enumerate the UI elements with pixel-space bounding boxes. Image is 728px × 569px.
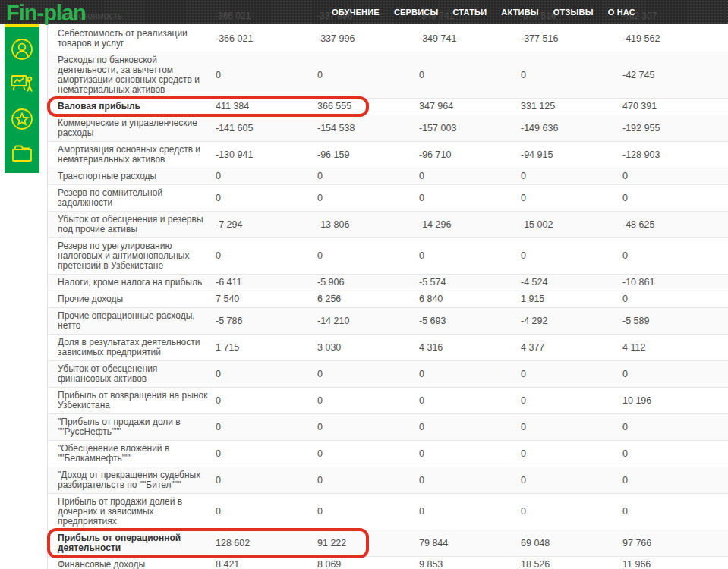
row-value: 0 (419, 171, 521, 181)
row-value: -128 903 (622, 150, 728, 160)
ghost-cell: -366 021 (215, 11, 251, 21)
fin-plan-logo[interactable]: Fin-plan (6, 1, 86, 26)
nav-item[interactable]: О НАС (608, 8, 635, 17)
row-value: 0 (622, 476, 728, 486)
table-row: Прибыль от возвращения на рынок Узбекист… (48, 388, 728, 414)
row-label: Амортизация основных средств и нематериа… (58, 145, 216, 165)
star-icon[interactable] (10, 107, 34, 131)
row-value: -349 741 (419, 34, 521, 44)
row-value: 0 (521, 423, 622, 432)
row-value: -4 524 (521, 278, 622, 288)
row-value: 0 (622, 294, 728, 304)
row-value: 0 (216, 423, 317, 432)
row-value: 0 (317, 369, 419, 379)
row-value: -154 538 (317, 124, 419, 134)
row-label: Транспортные расходы (58, 171, 216, 181)
user-icon[interactable] (10, 37, 34, 61)
table-row: Налоги, кроме налога на прибыль -6 411 -… (48, 275, 728, 291)
row-value: 0 (419, 251, 521, 261)
row-label: Прибыль от продажи долей в дочерних и за… (58, 497, 216, 527)
row-value: 9 853 (419, 560, 521, 569)
row-value: 0 (521, 251, 622, 261)
row-value: 6 840 (419, 294, 521, 304)
table-row: Валовая прибыль 411 384 366 555 347 964 … (48, 99, 728, 115)
row-value: -149 636 (521, 124, 622, 134)
table-row: Прочие операционные расходы, нетто -5 78… (48, 308, 728, 335)
table-row: Убыток от обесценения финансовых активов… (48, 361, 728, 388)
row-value: 0 (317, 171, 419, 181)
table-row: "Обесценение вложений в ""Белкамнефть"""… (48, 441, 728, 467)
row-value: 0 (622, 251, 728, 261)
row-value: 0 (419, 476, 521, 486)
nav-item[interactable]: ОБУЧЕНИЕ (332, 8, 380, 17)
row-value: -94 915 (521, 150, 622, 160)
row-value: 0 (521, 369, 622, 379)
row-value: 0 (521, 71, 622, 80)
row-value: 8 421 (216, 560, 317, 569)
row-value: 0 (216, 251, 317, 261)
row-label: Себестоимость от реализации товаров и ус… (58, 29, 216, 49)
row-value: 0 (622, 193, 728, 203)
row-value: 0 (317, 449, 419, 459)
row-label: Резерв по сомнительной задолжности (58, 188, 216, 208)
table-row: Амортизация основных средств и нематериа… (48, 142, 728, 168)
row-label: "Обесценение вложений в ""Белкамнефть""" (58, 444, 216, 464)
row-label: Убыток от обесценения финансовых активов (58, 364, 216, 384)
row-value: 0 (622, 171, 728, 181)
row-value: 470 391 (622, 102, 728, 112)
portfolio-icon[interactable] (10, 142, 34, 166)
row-value: 6 256 (317, 294, 419, 304)
top-nav-bar: Себестоимость-366 021-337 996-349 741-37… (0, 0, 728, 24)
row-value: 331 125 (521, 102, 622, 112)
row-value: 411 384 (216, 102, 317, 112)
row-value: -5 786 (216, 316, 317, 326)
row-value: -42 745 (622, 71, 728, 80)
row-value: 91 222 (317, 539, 419, 549)
nav-item[interactable]: АКТИВЫ (501, 8, 538, 17)
row-value: -5 693 (419, 316, 521, 326)
presentation-icon[interactable] (10, 72, 34, 96)
row-value: -96 710 (419, 150, 521, 160)
row-value: -419 562 (622, 34, 728, 44)
income-statement-table: Себестоимость от реализации товаров и ус… (47, 24, 728, 569)
row-label: Коммерческие и управленческие расходы (58, 118, 216, 138)
row-value: 0 (419, 449, 521, 459)
row-label: "Доход от прекращения судебных разбирате… (58, 470, 216, 490)
row-value: 1 915 (521, 294, 622, 304)
table-row: Убыток от обесценения и резервы под проч… (48, 212, 728, 238)
nav-item[interactable]: СТАТЬИ (452, 8, 487, 17)
row-value: 128 602 (216, 539, 317, 549)
row-label: Доля в результатах деятельности зависимы… (58, 338, 216, 357)
row-value: 0 (317, 476, 419, 486)
row-value: 0 (419, 507, 521, 517)
row-value: 97 766 (622, 539, 728, 549)
table-row: Доля в результатах деятельности зависимы… (48, 335, 728, 361)
row-value: 8 069 (317, 560, 419, 569)
table-row: Резерв по сомнительной задолжности 0 0 0… (48, 185, 728, 212)
table-row: Транспортные расходы 0 0 0 0 0 (48, 168, 728, 185)
row-value: 4 316 (419, 343, 521, 353)
table-row: Прибыль от операционной деятельности 128… (48, 530, 728, 557)
row-value: 0 (216, 476, 317, 486)
row-label: Налоги, кроме налога на прибыль (58, 278, 216, 288)
row-value: 0 (317, 193, 419, 203)
row-value: 0 (622, 507, 728, 517)
row-value: 0 (521, 396, 622, 406)
row-label: Прибыль от операционной деятельности (58, 533, 216, 553)
row-value: 347 964 (419, 102, 521, 112)
row-value: -5 589 (622, 316, 728, 326)
nav-item[interactable]: ОТЗЫВЫ (553, 8, 594, 17)
row-value: 0 (317, 423, 419, 432)
row-value: 7 540 (216, 294, 317, 304)
row-value: -157 003 (419, 124, 521, 134)
row-label: Убыток от обесценения и резервы под проч… (58, 215, 216, 234)
main-nav: ОБУЧЕНИЕСЕРВИСЫСТАТЬИАКТИВЫОТЗЫВЫО НАС (332, 0, 635, 24)
nav-item[interactable]: СЕРВИСЫ (394, 8, 439, 17)
row-value: -6 411 (216, 278, 317, 288)
table-row: Прочие доходы 7 540 6 256 6 840 1 915 0 (48, 291, 728, 308)
row-value: 11 966 (622, 560, 728, 569)
row-label: Прочие операционные расходы, нетто (58, 311, 216, 331)
row-value: -377 516 (521, 34, 622, 44)
sidebar-icons (5, 27, 39, 166)
row-value: 0 (521, 449, 622, 459)
